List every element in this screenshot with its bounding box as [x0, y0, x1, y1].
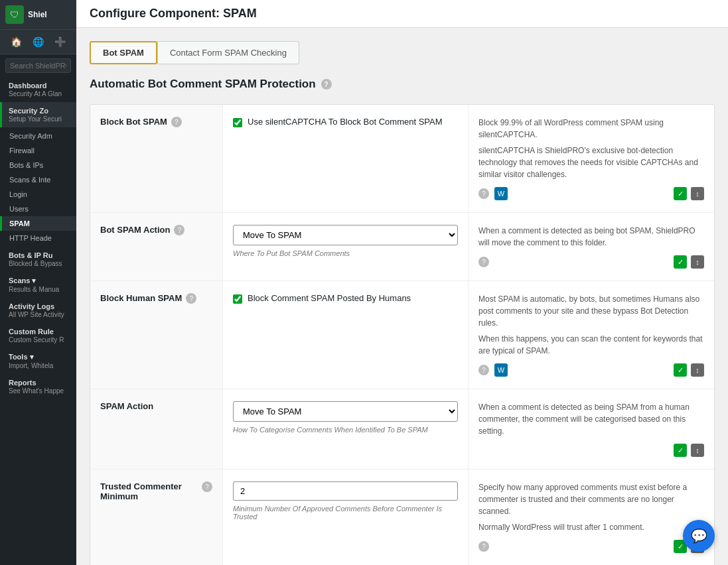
sidebar-custom-label: Custom Rule: [9, 328, 70, 336]
sidebar-item-bots-ip[interactable]: Bots & IP Ru Blocked & Bypass: [0, 247, 76, 272]
sidebar-subitem-firewall[interactable]: Firewall: [0, 143, 76, 158]
action-icons: ✓ ↕: [674, 187, 704, 200]
sidebar-item-reports[interactable]: Reports See What's Happe: [0, 374, 76, 399]
checkbox-label-block-bot-spam: Use silentCAPTCHA To Block Bot Comment S…: [233, 117, 458, 127]
section-help-icon[interactable]: ?: [321, 79, 332, 90]
desc-line-human-1: Most SPAM is automatic, by bots, but som…: [478, 293, 704, 329]
label-col-block-bot-spam: Block Bot SPAM ?: [90, 105, 223, 212]
sidebar-scans-label: Scans ▾: [9, 277, 70, 285]
row-block-human-spam: Block Human SPAM ? Block Comment SPAM Po…: [90, 281, 714, 389]
revert-icon[interactable]: ↕: [691, 187, 704, 200]
desc-line-1: Block 99.9% of all WordPress comment SPA…: [478, 117, 704, 141]
action-icons-spam-action: ✓ ↕: [674, 444, 704, 457]
revert-icon-bot-action[interactable]: ↕: [691, 255, 704, 269]
label-col-bot-spam-action: Bot SPAM Action ?: [90, 213, 223, 281]
desc-line-bot-action: When a comment is detected as being bot …: [478, 225, 704, 249]
sidebar-subitem-http-headers[interactable]: HTTP Heade: [0, 231, 76, 245]
row-trusted-commenter: Trusted Commenter Minimum ? Minimum Numb…: [90, 470, 714, 565]
label-spam-action: SPAM Action: [100, 401, 153, 411]
hint-trusted-commenter: Minimum Number Of Approved Comments Befo…: [233, 505, 458, 521]
desc-help-icon-human[interactable]: ?: [478, 365, 489, 375]
security-zone-subnav: Security Adm Firewall Bots & IPs Scans &…: [0, 127, 76, 247]
action-icons-bot-action: ✓ ↕: [674, 255, 704, 269]
sidebar-subitem-bots-ips[interactable]: Bots & IPs: [0, 158, 76, 172]
checkbox-block-bot-spam[interactable]: [233, 118, 242, 127]
sidebar-tools-sub: Import, Whitela: [9, 362, 70, 369]
social-icon[interactable]: 🌐: [31, 34, 46, 50]
hint-spam-action: How To Categorise Comments When Identifi…: [233, 426, 458, 434]
chat-button[interactable]: 💬: [683, 520, 715, 552]
wp-icon[interactable]: W: [494, 187, 508, 200]
checkbox-block-human-spam[interactable]: [233, 294, 242, 304]
save-icon-bot-action[interactable]: ✓: [674, 255, 687, 269]
desc-footer-trusted-commenter: ? ✓ ↕: [478, 540, 704, 553]
desc-footer-spam-action: ✓ ↕: [478, 444, 704, 457]
label-block-bot-spam: Block Bot SPAM: [100, 117, 167, 127]
sidebar-item-tools[interactable]: Tools ▾ Import, Whitela: [0, 348, 76, 374]
select-bot-spam-action[interactable]: Move To SPAM Delete Reject: [233, 225, 458, 245]
revert-icon-human[interactable]: ↕: [691, 363, 704, 377]
sidebar-item-security-zone[interactable]: Security Zo Setup Your Securi: [0, 102, 76, 127]
plus-icon[interactable]: ➕: [52, 34, 68, 50]
desc-line-spam-action: When a comment is detected as being SPAM…: [478, 401, 704, 437]
sidebar-activity-sub: All WP Site Activity: [9, 311, 70, 318]
desc-line-tc-2: Normally WordPress will trust after 1 co…: [478, 521, 704, 533]
sidebar-item-dashboard[interactable]: Dashboard Security At A Glan: [0, 77, 76, 102]
help-icon-bot-spam-action[interactable]: ?: [174, 225, 184, 235]
row-bot-spam-action: Bot SPAM Action ? Move To SPAM Delete Re…: [90, 213, 714, 281]
sidebar-subitem-users[interactable]: Users: [0, 202, 76, 216]
save-icon[interactable]: ✓: [674, 187, 687, 200]
revert-icon-spam-action[interactable]: ↕: [691, 444, 704, 457]
desc-help-icon-bot-action[interactable]: ?: [478, 257, 489, 267]
search-input[interactable]: [5, 58, 71, 73]
desc-col-spam-action: When a comment is detected as being SPAM…: [469, 389, 714, 469]
sidebar-reports-sub: See What's Happe: [9, 387, 70, 395]
wp-icon-human[interactable]: W: [494, 363, 508, 377]
sidebar-item-activity-logs[interactable]: Activity Logs All WP Site Activity: [0, 298, 76, 323]
main-content: Bot SPAM Contact Form SPAM Checking Auto…: [76, 28, 728, 565]
row-block-bot-spam: Block Bot SPAM ? Use silentCAPTCHA To Bl…: [90, 105, 714, 213]
sidebar-tools-label: Tools ▾: [9, 353, 70, 361]
sidebar-subitem-spam[interactable]: SPAM: [0, 216, 76, 231]
save-icon-human[interactable]: ✓: [674, 363, 687, 377]
checkbox-text-block-bot-spam: Use silentCAPTCHA To Block Bot Comment S…: [248, 117, 443, 127]
sidebar-dashboard-sub: Security At A Glan: [9, 90, 70, 97]
page-title: Configure Component: SPAM: [90, 7, 715, 21]
sidebar-item-scans[interactable]: Scans ▾ Results & Manua: [0, 272, 76, 298]
help-icon-block-human-spam[interactable]: ?: [186, 293, 196, 304]
sidebar-item-custom-rules[interactable]: Custom Rule Custom Security R: [0, 323, 76, 348]
sidebar-subitem-scans[interactable]: Scans & Inte: [0, 172, 76, 187]
label-trusted-commenter: Trusted Commenter Minimum: [100, 481, 198, 501]
desc-col-block-human-spam: Most SPAM is automatic, by bots, but som…: [469, 281, 714, 389]
sidebar-security-zone-label: Security Zo: [9, 107, 70, 115]
help-icon-trusted-commenter[interactable]: ?: [202, 481, 212, 492]
tab-bot-spam[interactable]: Bot SPAM: [90, 41, 157, 64]
desc-help-icon[interactable]: ?: [478, 188, 489, 199]
control-col-block-bot-spam: Use silentCAPTCHA To Block Bot Comment S…: [223, 105, 469, 212]
page-header: Configure Component: SPAM: [76, 0, 728, 28]
control-col-spam-action: Move To SPAM Delete Reject How To Catego…: [223, 389, 469, 469]
chat-icon: 💬: [691, 528, 707, 544]
help-icon-block-bot-spam[interactable]: ?: [171, 117, 182, 127]
select-spam-action[interactable]: Move To SPAM Delete Reject: [233, 401, 458, 422]
sidebar-subitem-security-adm[interactable]: Security Adm: [0, 129, 76, 143]
input-trusted-commenter[interactable]: [233, 481, 458, 501]
sidebar: 🛡 Shiel 🏠 🌐 ➕ Dashboard Security At A Gl…: [0, 0, 76, 565]
sidebar-security-zone-sub: Setup Your Securi: [9, 115, 70, 123]
save-icon-spam-action[interactable]: ✓: [674, 444, 687, 457]
home-icon[interactable]: 🏠: [9, 34, 25, 50]
desc-footer-human-spam: ? W ✓ ↕: [478, 363, 704, 377]
tab-bar: Bot SPAM Contact Form SPAM Checking: [90, 41, 715, 64]
desc-help-icon-tc[interactable]: ?: [478, 541, 489, 552]
sidebar-activity-label: Activity Logs: [9, 302, 70, 310]
sidebar-dashboard-label: Dashboard: [9, 82, 70, 90]
settings-table: Block Bot SPAM ? Use silentCAPTCHA To Bl…: [90, 104, 715, 565]
sidebar-icon-toolbar: 🏠 🌐 ➕: [0, 30, 76, 54]
label-block-human-spam: Block Human SPAM: [100, 293, 182, 303]
sidebar-reports-label: Reports: [9, 379, 70, 387]
sidebar-bots-ip-sub: Blocked & Bypass: [9, 260, 70, 267]
sidebar-brand-area: 🛡 Shiel: [0, 0, 76, 30]
label-col-spam-action: SPAM Action: [90, 389, 223, 469]
tab-contact-form[interactable]: Contact Form SPAM Checking: [157, 41, 299, 64]
sidebar-subitem-login[interactable]: Login: [0, 187, 76, 202]
